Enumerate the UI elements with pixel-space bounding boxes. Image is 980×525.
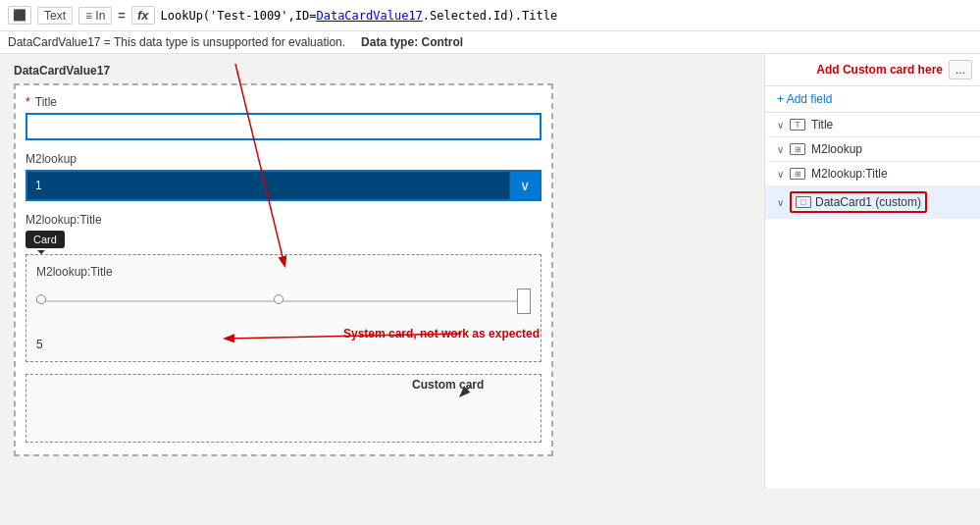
chevron-title-icon: ∨ [777,120,784,131]
chevron-m2lookup-icon: ∨ [777,144,784,155]
equals-sign: = [118,8,126,23]
formula-highlight: DataCardValue17 [316,9,422,23]
add-custom-card-label: Add Custom card here [816,63,943,77]
slider-thumb-right[interactable] [517,289,531,314]
title-field-section: * Title [26,95,542,140]
text-label[interactable]: Text [37,7,73,25]
canvas-area: DataCardValue17 * Title M2lookup 1 ∨ [0,54,764,489]
dropdown-arrow-icon[interactable]: ∨ [509,172,540,199]
slider-thumb-left[interactable] [36,294,46,304]
inner-card: M2lookup:Title 5 [26,254,542,362]
chevron-m2lookup-title-icon: ∨ [777,169,784,180]
card-tooltip: Card [26,231,65,248]
chevron-datacard1-icon: ∨ [777,197,784,208]
info-bar: DataCardValue17 = This data type is unsu… [0,31,980,54]
slider-container[interactable] [36,287,531,316]
slider-thumb-mid[interactable] [274,294,284,304]
dropdown-value: 1 [27,179,509,192]
m2lookup-label: M2lookup [26,152,542,166]
required-marker: * [26,95,30,109]
in-label[interactable]: ≡ In [78,7,112,25]
ellipsis-button[interactable]: ... [949,60,972,79]
inner-card-label: M2lookup:Title [36,265,531,279]
m2lookup-field-section: M2lookup 1 ∨ [26,152,542,201]
add-field-label: + Add field [777,92,832,106]
sidebar-m2lookup-title-label: M2lookup:Title [811,167,888,181]
formula-display: LookUp('Test-1009',ID=DataCardValue17.Se… [161,9,558,23]
bottom-card-area [26,374,542,443]
fx-button[interactable]: fx [131,6,155,25]
datacard1-field-icon: □ [796,196,811,208]
datacard1-box: □ DataCard1 (custom) [790,191,927,213]
canvas-title: DataCardValue17 [14,64,750,78]
main-area: DataCardValue17 * Title M2lookup 1 ∨ [0,54,980,489]
top-bar: ⬛ Text ≡ In = fx LookUp('Test-1009',ID=D… [0,0,980,31]
sidebar-item-m2lookup-title[interactable]: ∨ ⊞ M2lookup:Title [765,162,980,186]
info-text: DataCardValue17 = This data type is unsu… [8,35,345,49]
m2lookup-title-label: M2lookup:Title [26,213,542,227]
slider-value: 5 [36,338,531,351]
grid-icon[interactable]: ⬛ [8,6,31,25]
m2lookup-field-icon: ⊞ [790,143,805,155]
sidebar-title-label: Title [811,118,833,131]
m2lookup-dropdown[interactable]: 1 ∨ [26,170,542,201]
form-container: * Title M2lookup 1 ∨ M2lookup:Title C [14,83,553,456]
sidebar-item-m2lookup[interactable]: ∨ ⊞ M2lookup [765,137,980,162]
sidebar-datacard1-label: DataCard1 (custom) [815,195,921,209]
sidebar-m2lookup-label: M2lookup [811,142,862,156]
sidebar-item-title[interactable]: ∨ T Title [765,113,980,137]
sidebar-item-datacard1[interactable]: ∨ □ DataCard1 (custom) [765,186,980,219]
add-field-button[interactable]: + Add field [765,86,980,113]
title-field-label: * Title [26,95,542,109]
sidebar: Add Custom card here ... + Add field ∨ T… [764,54,980,489]
datatype-label: Data type: Control [361,35,463,49]
slider-track [36,300,531,302]
title-field-icon: T [790,119,805,131]
m2lookup-title-field-icon: ⊞ [790,168,805,180]
title-input[interactable] [26,113,542,140]
